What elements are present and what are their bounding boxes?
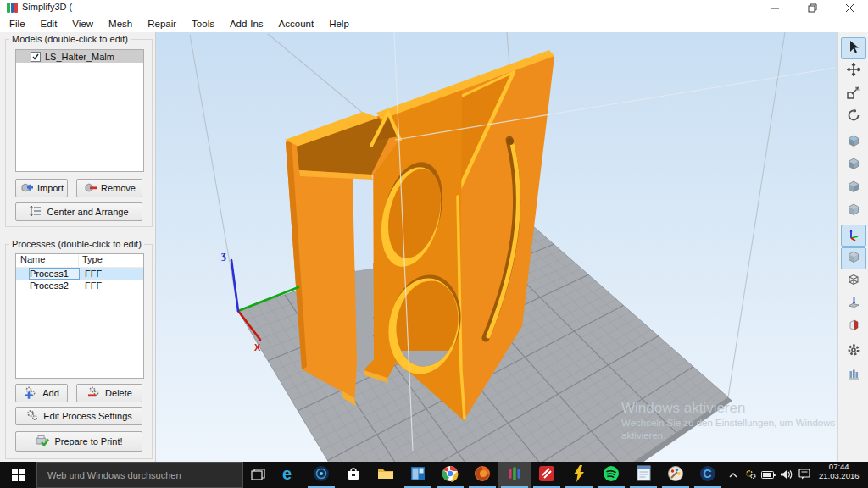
select-tool-button[interactable]	[841, 37, 866, 59]
watermark-line3: aktivieren.	[621, 430, 665, 441]
watermark-line2: Wechseln Sie zu den Einstellungen, um Wi…	[621, 418, 837, 428]
process-list[interactable]: Name Type Process1 FFF Process2 FFF	[15, 253, 144, 379]
remove-button[interactable]: Remove	[76, 179, 142, 197]
taskbar-app-simplify3d[interactable]	[498, 462, 531, 488]
menu-account[interactable]: Account	[271, 17, 322, 30]
svg-text:C: C	[704, 467, 712, 480]
taskbar-app-chrome[interactable]	[434, 462, 466, 488]
taskbar-app-slicer[interactable]	[563, 462, 595, 488]
toggle-wireframe-icon	[846, 272, 861, 291]
toggle-wireframe-button[interactable]	[841, 270, 866, 292]
translate-tool-icon	[846, 62, 861, 80]
model-checkbox[interactable]	[31, 52, 41, 62]
process-name[interactable]: Process1	[29, 268, 80, 280]
process-row-2[interactable]: Process2 FFF	[16, 280, 143, 291]
view-cube-3-button[interactable]	[841, 177, 866, 199]
view-cube-4-button[interactable]	[841, 200, 866, 222]
view-cube-1-button[interactable]	[841, 131, 866, 153]
taskbar-app-firefox[interactable]	[466, 462, 498, 488]
toggle-axes-icon	[846, 226, 861, 245]
scale-tool-button[interactable]	[841, 83, 866, 105]
tray-app-icon	[745, 468, 757, 483]
place-on-bed-icon	[846, 295, 861, 313]
machine-settings-button[interactable]	[841, 341, 866, 363]
start-button[interactable]	[0, 462, 36, 488]
taskbar-app-media-app[interactable]	[305, 462, 337, 488]
taskbar-app-edge[interactable]: e	[273, 462, 305, 488]
view-cube-2-button[interactable]	[841, 154, 866, 176]
rotate-tool-button[interactable]	[841, 106, 866, 128]
taskbar-search-input[interactable]: Web und Windows durchsuchen	[36, 462, 243, 488]
translate-tool-button[interactable]	[841, 60, 866, 82]
tray-app-button[interactable]	[742, 462, 760, 488]
toggle-solid-button[interactable]	[841, 247, 866, 269]
menu-tools[interactable]: Tools	[184, 17, 222, 30]
menu-file[interactable]: File	[2, 17, 33, 30]
menu-addins[interactable]: Add-Ins	[222, 17, 271, 30]
add-icon	[24, 386, 38, 401]
menu-view[interactable]: View	[64, 17, 101, 30]
menu-repair[interactable]: Repair	[140, 17, 184, 30]
models-group-title: Models (double-click to edit)	[9, 34, 131, 44]
taskbar-app-photos[interactable]	[402, 462, 434, 488]
sketchup-icon	[538, 465, 555, 485]
model-list-item[interactable]: LS_Halter_Malm	[16, 50, 143, 63]
view-cube-4-icon	[846, 202, 861, 220]
z-axis-label: ʒ	[221, 248, 226, 261]
system-tray	[724, 462, 813, 488]
prepare-to-print-button[interactable]: Prepare to Print!	[15, 431, 142, 452]
taskbar-app-file-explorer[interactable]	[370, 462, 402, 488]
slicer-icon	[570, 464, 587, 486]
cross-section-button[interactable]	[841, 316, 866, 338]
edit-process-settings-button[interactable]: Edit Process Settings	[15, 407, 142, 425]
column-name: Name	[16, 254, 79, 267]
titlebar[interactable]: Simplify3D (	[0, 0, 868, 15]
cross-section-icon	[846, 318, 861, 336]
notepad-icon	[636, 464, 652, 485]
taskbar-app-paint[interactable]	[659, 462, 692, 488]
taskbar-clock[interactable]: 07:44 21.03.2016	[813, 462, 868, 488]
toggle-axes-button[interactable]	[841, 225, 866, 247]
support-structures-button[interactable]	[841, 365, 866, 387]
import-button[interactable]: Import	[15, 179, 68, 197]
support-structures-icon	[846, 367, 861, 385]
delete-process-button[interactable]: Delete	[76, 384, 142, 402]
task-view-button[interactable]	[243, 462, 273, 488]
action-center-button[interactable]	[795, 462, 813, 488]
model-name-label: LS_Halter_Malm	[45, 52, 114, 62]
prepare-to-print-label: Prepare to Print!	[54, 436, 122, 446]
volume-button[interactable]	[777, 462, 795, 488]
process-list-header: Name Type	[16, 254, 143, 268]
battery-button[interactable]	[760, 462, 777, 488]
taskbar-app-spotify[interactable]	[595, 462, 627, 488]
viewport-3d[interactable]: XʒWindows aktivierenWechseln Sie zu den …	[156, 32, 837, 462]
tray-expand-button[interactable]	[724, 462, 742, 488]
center-and-arrange-button[interactable]: Center and Arrange	[15, 202, 142, 221]
taskbar-app-notepad[interactable]	[627, 462, 659, 488]
process-row-1[interactable]: Process1 FFF	[16, 268, 143, 280]
taskbar-app-store[interactable]	[337, 462, 370, 488]
rotate-tool-icon	[846, 108, 861, 126]
volume-icon	[780, 468, 793, 483]
menu-help[interactable]: Help	[321, 17, 357, 30]
import-icon	[19, 181, 33, 195]
minimize-button[interactable]	[756, 0, 793, 15]
place-on-bed-button[interactable]	[841, 293, 866, 315]
menu-edit[interactable]: Edit	[33, 17, 65, 30]
taskbar-app-cura[interactable]: C	[692, 462, 724, 488]
view-cube-1-icon	[846, 133, 861, 152]
print-check-icon	[35, 435, 50, 449]
add-process-button[interactable]: Add	[15, 384, 68, 402]
menu-mesh[interactable]: Mesh	[101, 17, 140, 30]
models-list[interactable]: LS_Halter_Malm	[15, 49, 144, 172]
process-name[interactable]: Process2	[30, 280, 79, 291]
close-button[interactable]	[831, 0, 868, 15]
logo-bar	[7, 3, 10, 13]
taskbar-app-sketchup[interactable]	[531, 462, 563, 488]
restore-button[interactable]	[793, 0, 831, 15]
photos-icon	[409, 465, 426, 485]
media-app-icon	[312, 464, 331, 486]
paint-icon	[666, 464, 685, 486]
column-type: Type	[79, 254, 103, 267]
remove-label: Remove	[101, 183, 136, 193]
